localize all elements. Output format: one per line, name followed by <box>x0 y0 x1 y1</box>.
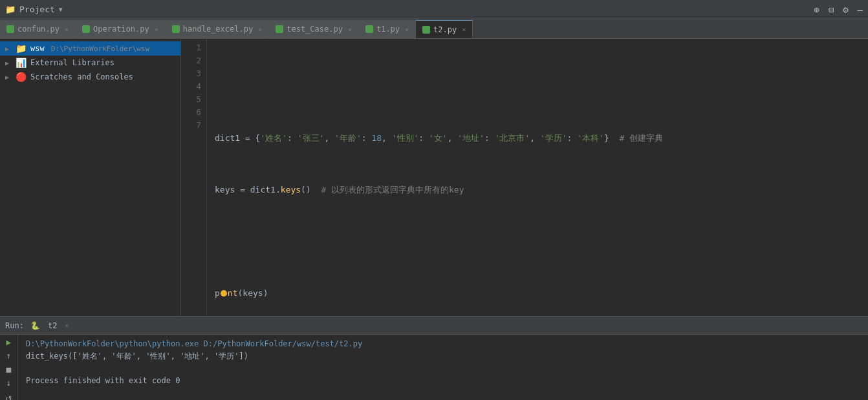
tab-t2-close[interactable]: ✕ <box>462 26 466 33</box>
run-play-button[interactable]: ▶ <box>3 337 16 347</box>
extlibs-arrow: ▶ <box>5 59 12 67</box>
sidebar-item-external-libraries[interactable]: ▶ 📊 External Libraries <box>0 56 180 70</box>
scratches-arrow: ▶ <box>5 74 12 81</box>
title-bar: 📁 Project ▼ ⊕ ⊟ ⚙ – <box>0 0 868 19</box>
scratches-icon: 🔴 <box>16 72 27 82</box>
extlibs-label: External Libraries <box>30 58 114 67</box>
run-label: Run: <box>5 321 24 330</box>
sidebar-item-wsw[interactable]: ▶ 📁 wsw D:\PythonWorkFolder\wsw <box>0 41 180 56</box>
editor-area: 1 2 3 4 5 6 7 dict1 = {'姓名': '张三', '年龄':… <box>181 39 868 316</box>
output-process-finished: Process finished with exit code 0 <box>26 375 860 386</box>
run-stop-button[interactable]: ■ <box>3 364 16 374</box>
code-content[interactable]: dict1 = {'姓名': '张三', '年龄': 18, '性别': '女'… <box>207 39 868 316</box>
operation-file-icon <box>82 25 90 33</box>
tab-t2[interactable]: t2.py ✕ <box>416 20 473 38</box>
tab-test-case-label: test_Case.py <box>287 25 343 34</box>
code-line-4 <box>215 235 868 248</box>
run-tab-close[interactable]: ✕ <box>65 322 69 329</box>
main-area: ▶ 📁 wsw D:\PythonWorkFolder\wsw ▶ 📊 Exte… <box>0 39 868 316</box>
line-num-4: 4 <box>181 80 201 93</box>
breakpoint-icon <box>221 290 227 297</box>
line-num-1: 1 <box>181 41 201 54</box>
wsw-path: D:\PythonWorkFolder\wsw <box>51 45 149 53</box>
confun-file-icon <box>6 25 14 33</box>
tab-t1[interactable]: t1.py ✕ <box>359 20 416 38</box>
tab-handle-excel[interactable]: handle_excel.py ✕ <box>166 20 269 38</box>
run-output[interactable]: D:\PythonWorkFolder\python\python.exe D:… <box>18 335 868 400</box>
output-blank <box>26 363 860 374</box>
line-num-3: 3 <box>181 67 201 80</box>
output-command-text: D:\PythonWorkFolder\python\python.exe D:… <box>26 339 362 348</box>
project-label[interactable]: Project <box>19 5 55 14</box>
sidebar: ▶ 📁 wsw D:\PythonWorkFolder\wsw ▶ 📊 Exte… <box>0 39 181 316</box>
code-line-2: dict1 = {'姓名': '张三', '年龄': 18, '性别': '女'… <box>215 132 868 145</box>
layout-icon[interactable]: ⊟ <box>829 5 834 15</box>
tab-t1-close[interactable]: ✕ <box>405 26 409 33</box>
tab-t1-label: t1.py <box>376 25 400 34</box>
code-line-3: keys = dict1.keys() # 以列表的形式返回字典中所有的key <box>215 184 868 196</box>
tab-operation-label: Operation.py <box>93 25 149 34</box>
minimize-icon[interactable]: – <box>858 5 863 15</box>
run-down-button[interactable]: ↓ <box>3 378 16 388</box>
tab-t2-label: t2.py <box>433 25 457 34</box>
title-bar-left: 📁 Project ▼ <box>5 5 63 14</box>
run-tab-bar: Run: 🐍 t2 ✕ <box>0 317 868 335</box>
code-line-1 <box>215 80 868 93</box>
handle-excel-file-icon <box>172 25 180 33</box>
tab-handle-excel-close[interactable]: ✕ <box>258 26 262 33</box>
run-tab-icon: 🐍 <box>30 321 40 330</box>
run-rerun-button[interactable]: ↺ <box>3 392 16 400</box>
code-editor[interactable]: 1 2 3 4 5 6 7 dict1 = {'姓名': '张三', '年龄':… <box>181 39 868 316</box>
run-tab-t2-label: t2 <box>48 321 57 330</box>
folder-icon: 📁 <box>5 5 16 14</box>
test-case-file-icon <box>276 25 283 33</box>
scratches-label: Scratches and Consoles <box>30 72 133 81</box>
tab-test-case[interactable]: test_Case.py ✕ <box>269 20 359 38</box>
code-line-5: pnt(keys) <box>215 287 868 300</box>
wsw-label: wsw <box>30 44 45 53</box>
project-dropdown-icon[interactable]: ▼ <box>59 6 63 13</box>
line-num-5: 5 <box>181 93 201 106</box>
t2-file-icon <box>422 26 430 34</box>
add-icon[interactable]: ⊕ <box>814 5 819 15</box>
tab-confun-label: confun.py <box>17 25 60 34</box>
tab-handle-excel-label: handle_excel.py <box>183 25 253 34</box>
wsw-arrow: ▶ <box>5 45 12 52</box>
line-numbers: 1 2 3 4 5 6 7 <box>181 39 207 316</box>
sidebar-item-scratches[interactable]: ▶ 🔴 Scratches and Consoles <box>0 70 180 84</box>
run-tab-t2[interactable]: t2 <box>44 320 61 332</box>
line-num-7: 7 <box>181 119 201 132</box>
tab-test-case-close[interactable]: ✕ <box>348 26 352 33</box>
run-up-button[interactable]: ↑ <box>3 351 16 361</box>
tab-operation-close[interactable]: ✕ <box>155 26 158 33</box>
t1-file-icon <box>365 25 373 33</box>
tab-confun[interactable]: confun.py ✕ <box>0 20 76 38</box>
extlibs-icon: 📊 <box>16 58 27 68</box>
line-num-2: 2 <box>181 54 201 67</box>
tabs-bar: confun.py ✕ Operation.py ✕ handle_excel.… <box>0 19 868 39</box>
line-num-6: 6 <box>181 106 201 119</box>
title-bar-icons: ⊕ ⊟ ⚙ – <box>814 5 863 15</box>
tab-operation[interactable]: Operation.py ✕ <box>76 20 166 38</box>
tab-confun-close[interactable]: ✕ <box>65 26 69 33</box>
run-toolbar: ▶ ↑ ■ ↓ ↺ <box>0 335 18 400</box>
settings-icon[interactable]: ⚙ <box>843 5 848 15</box>
output-command: D:\PythonWorkFolder\python\python.exe D:… <box>26 338 860 350</box>
output-dict-keys: dict_keys(['姓名', '年龄', '性别', '地址', '学历']… <box>26 350 860 362</box>
wsw-folder-icon: 📁 <box>16 43 27 54</box>
run-panel: Run: 🐍 t2 ✕ ▶ ↑ ■ ↓ ↺ D:\PythonWorkFolde… <box>0 316 868 400</box>
run-content: ▶ ↑ ■ ↓ ↺ D:\PythonWorkFolder\python\pyt… <box>0 335 868 400</box>
